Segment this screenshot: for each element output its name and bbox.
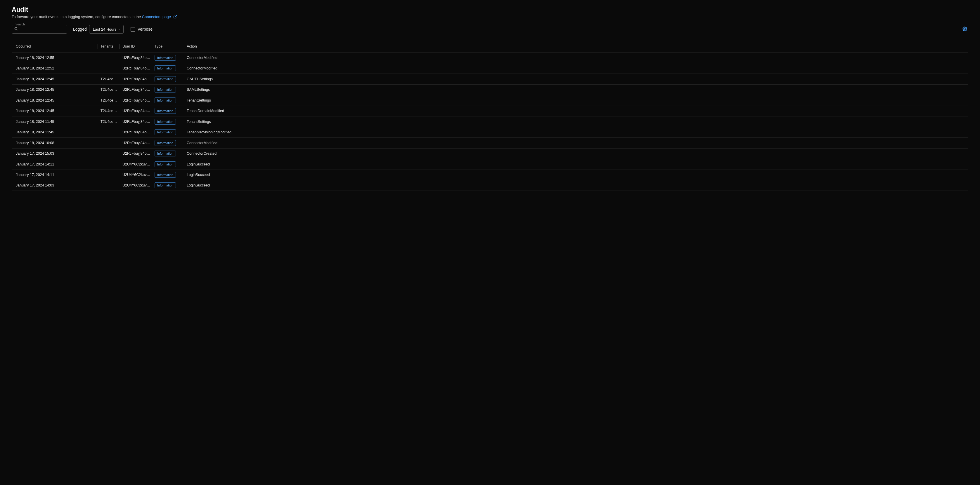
search-icon [14, 27, 18, 32]
table-row[interactable]: January 18, 2024 12:52U2RcFbuyj84ootxs..… [12, 63, 968, 74]
logged-label: Logged [73, 27, 87, 32]
cell-occurred: January 18, 2024 10:08 [14, 141, 99, 145]
table-row[interactable]: January 18, 2024 12:45T2U4cevM...U2RcFbu… [12, 95, 968, 106]
cell-user-id: U2RcFbuyj84ootxs... [121, 77, 153, 81]
cell-occurred: January 18, 2024 12:45 [14, 109, 99, 113]
time-range-select[interactable]: Last 24 Hours [89, 25, 124, 33]
cell-user-id: U2RcFbuyj84ootxs... [121, 141, 153, 145]
type-badge: Information [154, 172, 176, 178]
settings-button[interactable] [961, 25, 968, 33]
cell-occurred: January 17, 2024 14:11 [14, 173, 99, 177]
type-badge: Information [154, 151, 176, 157]
svg-point-3 [964, 28, 966, 30]
type-badge: Information [154, 97, 176, 103]
table-row[interactable]: January 18, 2024 12:45T2U4cevM...U2RcFbu… [12, 106, 968, 116]
col-type[interactable]: Type [153, 44, 185, 48]
cell-occurred: January 18, 2024 11:45 [14, 120, 99, 124]
type-badge: Information [154, 108, 176, 114]
audit-table: Occurred Tenants User ID Type Action Jan… [12, 41, 968, 191]
svg-line-2 [17, 30, 18, 30]
toolbar: Search Logged Last 24 Hours Verbose [12, 25, 968, 33]
cell-user-id: U2RcFbuyj84ootxs... [121, 98, 153, 102]
cell-user-id: U2U4Y6C2kuvbIs7o... [121, 162, 153, 166]
cell-type: Information [153, 55, 185, 61]
cell-action: TenantProvisioningModified [185, 130, 964, 134]
col-user-id[interactable]: User ID [121, 44, 153, 48]
cell-occurred: January 17, 2024 15:03 [14, 151, 99, 155]
cell-user-id: U2U4Y6C2kuvbIs7o... [121, 183, 153, 187]
table-row[interactable]: January 17, 2024 15:03U2RcFbuyj84ootxs..… [12, 148, 968, 159]
cell-user-id: U2RcFbuyj84ootxs... [121, 151, 153, 155]
cell-type: Information [153, 182, 185, 188]
cell-user-id: U2RcFbuyj84ootxs... [121, 66, 153, 70]
page-header: Audit To forward your audit events to a … [12, 6, 968, 19]
type-badge: Information [154, 55, 176, 61]
col-action[interactable]: Action [185, 44, 964, 48]
page-title: Audit [12, 6, 968, 13]
cell-occurred: January 18, 2024 12:55 [14, 56, 99, 60]
cell-occurred: January 18, 2024 12:45 [14, 87, 99, 92]
type-badge: Information [154, 140, 176, 146]
type-badge: Information [154, 87, 176, 92]
page-subtitle: To forward your audit events to a loggin… [12, 14, 968, 19]
external-link-icon [173, 15, 177, 19]
connectors-link[interactable]: Connectors page [142, 14, 177, 19]
table-row[interactable]: January 18, 2024 12:45T2U4cevM...U2RcFbu… [12, 73, 968, 84]
type-badge: Information [154, 129, 176, 135]
cell-occurred: January 18, 2024 12:45 [14, 77, 99, 81]
cell-action: ConnectorModified [185, 66, 964, 70]
cell-type: Information [153, 151, 185, 157]
table-row[interactable]: January 17, 2024 14:11U2U4Y6C2kuvbIs7o..… [12, 170, 968, 180]
cell-tenant: T2U4cevM... [99, 87, 121, 92]
table-row[interactable]: January 18, 2024 11:45T2U4cevM...U2RcFbu… [12, 116, 968, 127]
subtitle-text: To forward your audit events to a loggin… [12, 14, 142, 19]
col-occurred[interactable]: Occurred [14, 44, 99, 48]
table-row[interactable]: January 18, 2024 11:45U2RcFbuyj84ootxs..… [12, 127, 968, 138]
cell-occurred: January 17, 2024 14:03 [14, 183, 99, 187]
cell-user-id: U2RcFbuyj84ootxs... [121, 56, 153, 60]
cell-occurred: January 17, 2024 14:11 [14, 162, 99, 166]
table-row[interactable]: January 18, 2024 10:08U2RcFbuyj84ootxs..… [12, 138, 968, 148]
cell-tenant: T2U4cevM... [99, 109, 121, 113]
type-badge: Information [154, 182, 176, 188]
type-badge: Information [154, 65, 176, 71]
gear-icon [963, 28, 967, 32]
cell-action: TenantDomainModified [185, 109, 964, 113]
cell-action: LoginSucceed [185, 162, 964, 166]
connectors-link-label: Connectors page [142, 14, 171, 19]
table-row[interactable]: January 17, 2024 14:11U2U4Y6C2kuvbIs7o..… [12, 159, 968, 170]
time-range-value: Last 24 Hours [93, 27, 116, 32]
cell-action: ConnectorModified [185, 56, 964, 60]
table-body: January 18, 2024 12:55U2RcFbuyj84ootxs..… [12, 52, 968, 191]
cell-action: TenantSettings [185, 98, 964, 102]
cell-type: Information [153, 172, 185, 178]
table-header: Occurred Tenants User ID Type Action [12, 41, 968, 52]
cell-type: Information [153, 162, 185, 167]
cell-type: Information [153, 87, 185, 92]
cell-action: OAUTHSettings [185, 77, 964, 81]
verbose-checkbox[interactable]: Verbose [130, 27, 153, 32]
svg-point-1 [14, 27, 17, 30]
cell-type: Information [153, 97, 185, 103]
cell-user-id: U2RcFbuyj84ootxs... [121, 109, 153, 113]
cell-action: LoginSucceed [185, 183, 964, 187]
table-row[interactable]: January 18, 2024 12:55U2RcFbuyj84ootxs..… [12, 52, 968, 63]
search-input[interactable] [12, 25, 67, 33]
cell-action: SAMLSettings [185, 87, 964, 92]
chevron-down-icon [118, 27, 121, 32]
cell-type: Information [153, 65, 185, 71]
cell-user-id: U2RcFbuyj84ootxs... [121, 120, 153, 124]
table-row[interactable]: January 18, 2024 12:45T2U4cevM...U2RcFbu… [12, 84, 968, 95]
cell-action: ConnectorCreated [185, 151, 964, 155]
search-label: Search [14, 23, 26, 26]
search-field: Search [12, 25, 67, 33]
cell-type: Information [153, 119, 185, 125]
cell-action: LoginSucceed [185, 173, 964, 177]
cell-action: ConnectorModified [185, 141, 964, 145]
table-row[interactable]: January 17, 2024 14:03U2U4Y6C2kuvbIs7o..… [12, 180, 968, 191]
cell-user-id: U2U4Y6C2kuvbIs7o... [121, 173, 153, 177]
cell-type: Information [153, 76, 185, 82]
col-tenants[interactable]: Tenants [99, 44, 121, 48]
cell-type: Information [153, 108, 185, 114]
cell-user-id: U2RcFbuyj84ootxs... [121, 130, 153, 134]
